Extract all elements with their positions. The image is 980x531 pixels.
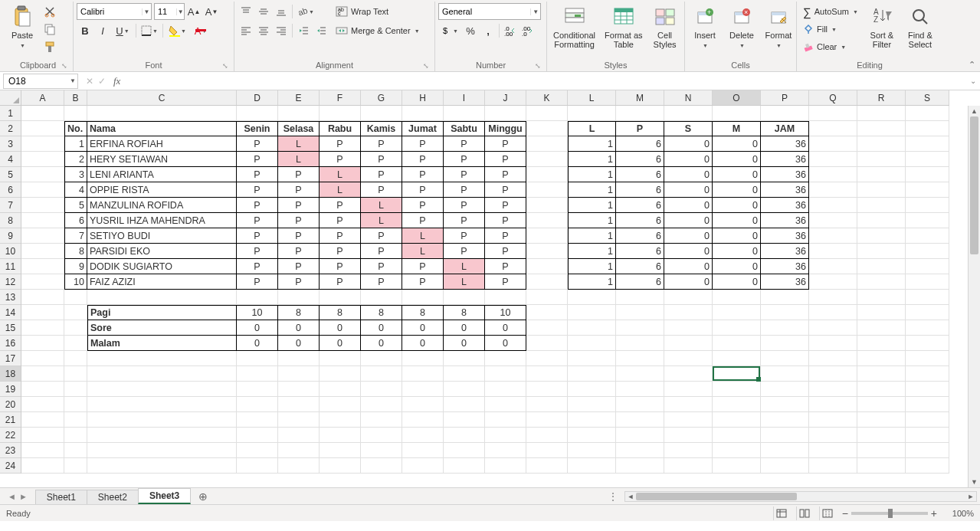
- cell[interactable]: 1: [568, 152, 616, 167]
- cell[interactable]: [761, 382, 809, 397]
- cell[interactable]: [568, 366, 616, 382]
- cell[interactable]: [278, 412, 320, 428]
- cell[interactable]: [713, 106, 761, 121]
- cell[interactable]: L: [444, 274, 485, 290]
- cell[interactable]: [809, 351, 857, 366]
- cell[interactable]: 1: [568, 136, 616, 152]
- cell[interactable]: [857, 167, 906, 182]
- cell[interactable]: [616, 290, 664, 305]
- cell[interactable]: [87, 106, 237, 121]
- orientation-button[interactable]: ab▼: [295, 3, 316, 20]
- cell[interactable]: [906, 397, 949, 412]
- cell[interactable]: [361, 351, 402, 366]
- cell[interactable]: 0: [402, 336, 444, 351]
- cell[interactable]: [21, 244, 64, 259]
- cell[interactable]: [87, 412, 237, 428]
- zoom-slider[interactable]: [851, 512, 928, 515]
- row-header[interactable]: 16: [0, 336, 21, 351]
- column-header[interactable]: A: [21, 90, 64, 105]
- cell[interactable]: [21, 458, 64, 474]
- cell[interactable]: [616, 106, 664, 121]
- cell[interactable]: [809, 121, 857, 136]
- column-header[interactable]: D: [237, 90, 278, 105]
- row-header[interactable]: 11: [0, 259, 21, 274]
- cell[interactable]: P: [237, 259, 278, 274]
- cell[interactable]: [857, 458, 906, 474]
- cell[interactable]: [713, 458, 761, 474]
- align-right-button[interactable]: [273, 22, 290, 39]
- cell[interactable]: [526, 136, 568, 152]
- cell[interactable]: [526, 320, 568, 336]
- cell[interactable]: P: [402, 259, 444, 274]
- cell[interactable]: [361, 412, 402, 428]
- cell[interactable]: [857, 397, 906, 412]
- cell[interactable]: P: [361, 274, 402, 290]
- cell[interactable]: 10: [64, 274, 87, 290]
- cell[interactable]: [568, 382, 616, 397]
- cell[interactable]: [237, 366, 278, 382]
- cell[interactable]: [526, 305, 568, 320]
- dialog-launcher-icon[interactable]: ⤡: [534, 62, 542, 70]
- cell[interactable]: [485, 412, 526, 428]
- cell[interactable]: 0: [713, 152, 761, 167]
- cell[interactable]: [906, 198, 949, 213]
- cell[interactable]: [64, 458, 87, 474]
- cell[interactable]: [616, 305, 664, 320]
- cell[interactable]: [906, 213, 949, 228]
- cell[interactable]: P: [237, 182, 278, 198]
- cell[interactable]: [21, 259, 64, 274]
- cell[interactable]: [664, 382, 713, 397]
- cell[interactable]: P: [402, 213, 444, 228]
- cell[interactable]: P: [444, 198, 485, 213]
- align-center-button[interactable]: [255, 22, 272, 39]
- row-header[interactable]: 3: [0, 136, 21, 152]
- column-header[interactable]: C: [87, 90, 237, 105]
- cell[interactable]: [526, 244, 568, 259]
- cell[interactable]: 0: [237, 336, 278, 351]
- cell[interactable]: 0: [713, 182, 761, 198]
- cell[interactable]: [64, 320, 87, 336]
- cell[interactable]: [857, 213, 906, 228]
- shrink-font-button[interactable]: A▼: [203, 3, 220, 20]
- tab-splitter-icon[interactable]: ⋮: [601, 490, 624, 503]
- cell[interactable]: L: [361, 198, 402, 213]
- cell[interactable]: P: [485, 152, 526, 167]
- cell[interactable]: [21, 320, 64, 336]
- cell[interactable]: [278, 366, 320, 382]
- insert-button[interactable]: +Insert▼: [688, 3, 722, 51]
- scrollbar-thumb[interactable]: [970, 116, 978, 254]
- cell[interactable]: [64, 290, 87, 305]
- row-header[interactable]: 4: [0, 152, 21, 167]
- cell[interactable]: [526, 274, 568, 290]
- cell[interactable]: [713, 412, 761, 428]
- cell[interactable]: [906, 412, 949, 428]
- cell[interactable]: 8: [278, 305, 320, 320]
- cell[interactable]: P: [320, 136, 361, 152]
- cell[interactable]: [87, 397, 237, 412]
- cell[interactable]: [320, 366, 361, 382]
- cell[interactable]: [906, 336, 949, 351]
- cell[interactable]: P: [361, 259, 402, 274]
- sheet-nav-next-icon[interactable]: ►: [19, 492, 28, 501]
- cell[interactable]: P: [361, 228, 402, 244]
- cell[interactable]: [21, 382, 64, 397]
- cell[interactable]: [761, 290, 809, 305]
- cell[interactable]: 1: [568, 213, 616, 228]
- cell[interactable]: P: [278, 274, 320, 290]
- cell[interactable]: [857, 320, 906, 336]
- find-select-button[interactable]: Find & Select: [903, 3, 938, 51]
- cell[interactable]: [616, 382, 664, 397]
- number-format-combo[interactable]: ▼: [438, 3, 541, 20]
- cell[interactable]: [906, 121, 949, 136]
- chevron-down-icon[interactable]: ▼: [142, 8, 151, 15]
- cell[interactable]: 9: [64, 259, 87, 274]
- cell[interactable]: P: [278, 198, 320, 213]
- cell[interactable]: [809, 290, 857, 305]
- row-header[interactable]: 9: [0, 228, 21, 244]
- cell[interactable]: [526, 213, 568, 228]
- cell[interactable]: [278, 443, 320, 458]
- cell[interactable]: [664, 412, 713, 428]
- cell[interactable]: P: [444, 244, 485, 259]
- cell[interactable]: [664, 458, 713, 474]
- row-header[interactable]: 2: [0, 121, 21, 136]
